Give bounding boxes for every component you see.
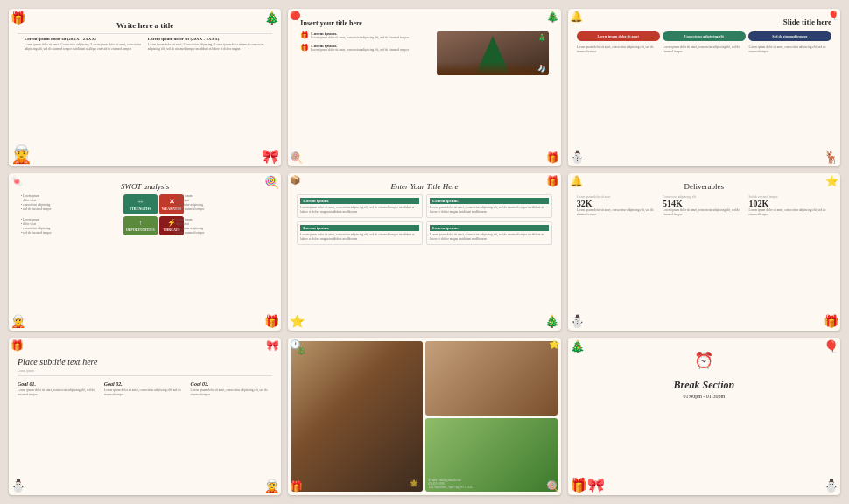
slide-4-title: SWOT analysis (18, 182, 272, 191)
slide-6-stat3: Sed do eiusmod tempor 102K Lorem ipsum d… (749, 195, 831, 217)
deco-gift-s4-br: 🎁 (264, 314, 279, 329)
slide-3-pill2: Consectetur adipiscing elit (663, 32, 746, 41)
deco-gift-s6-br: 🎁 (824, 314, 838, 329)
slide-9-clock-icon: ⏰ (577, 351, 831, 370)
slide-8-address: 123 Anywhere, Any City, ST 12345 (428, 486, 554, 489)
slide-5: 📦 🎁 Enter Your Title Here Lorem ipsum. L… (288, 173, 560, 331)
slide-6-stat1: Lorem ipsum dolor sit amet 32K Lorem ips… (577, 195, 659, 217)
deco-snowman-s9-br: ⛄ (824, 479, 838, 494)
slide-7-subtitle: Lorem ipsum (18, 369, 272, 376)
slide-3-pill1: Lorem ipsum dolor sit amet (577, 32, 660, 41)
deco-reindeer-s3-br: 🦌 (824, 150, 838, 164)
slide-3-title: Slide title here (577, 18, 831, 26)
slide-5-q3: Lorem ipsum. Lorem ipsum dolor sit amet,… (297, 221, 423, 245)
slide-8-photo-bottom-right: E-mail: email@email.com 03-455-7890 123 … (425, 418, 557, 493)
slide-9: 🎄 🎈 ⏰ Break Section 01:00pm - 01:30pm 🎁🎀… (568, 338, 840, 495)
slide-5-q4: Lorem ipsum. Lorem ipsum dolor sit amet,… (426, 221, 552, 245)
deco-gifts-s9-bl: 🎁🎀 (570, 477, 605, 494)
deco-snowman-s6-bl: ⛄ (570, 314, 585, 329)
slide-1-title: Write here a title (18, 21, 272, 30)
slide-7-goal3-text: Lorem ipsum dolor sit amet, consectetur … (191, 388, 273, 397)
slide-8-main-photo: 🎄 🌟 (291, 341, 423, 492)
slide-7: 🎁 🎀 Place subtitle text here Lorem ipsum… (9, 338, 281, 495)
slide-5-q2: Lorem ipsum. Lorem ipsum dolor sit amet,… (426, 194, 552, 218)
deco-gift-s2-br: 🎁 (546, 151, 559, 164)
slide-3: 🔔 🎈 Slide title here Lorem ipsum dolor s… (568, 9, 840, 166)
slide-9-time: 01:00pm - 01:30pm (577, 394, 831, 399)
slide-2: 🔴 🎄 Insert your title here 🎁 Lorem ipsum… (288, 9, 560, 166)
slide-2-icon1: 🎁 (300, 32, 309, 39)
slide-7-goal2: Goal 02. (104, 382, 186, 387)
slide-7-goal2-text: Lorem ipsum dolor sit amet, consectetur … (104, 388, 186, 397)
slide-1-col1-text: Lorem ipsum dolor sit amet / Consectetur… (25, 43, 143, 52)
slide-3-pill3: Sed do eiusmod tempor (748, 32, 831, 41)
slide-7-goal1: Goal 01. (18, 382, 100, 387)
slide-1-col2-text: Lorem ipsum dolor sit amet / Consectetur… (148, 43, 266, 52)
deco-tree-s5-br: 🎄 (544, 314, 559, 329)
slide-3-col2-text: Lorem ipsum dolor sit amet, consectetur … (663, 46, 745, 54)
slide-7-goal3: Goal 03. (191, 382, 273, 387)
slide-7-goal1-text: Lorem ipsum dolor sit amet, consectetur … (18, 388, 100, 397)
deco-snowman-s3-bl: ⛄ (570, 150, 585, 164)
slide-6: 🔔 ⭐ Deliverables Lorem ipsum dolor sit a… (568, 173, 840, 331)
deco-star-s5-bl: ⭐ (290, 314, 305, 329)
swot-strengths: ↔ STRENGTHS (123, 194, 158, 214)
slide-6-stat2: Consectetur adipiscing, elit 514K Lorem … (663, 195, 745, 217)
slide-1-col1-title: Lorem ipsum dolor sit (20XX - 2XXX) (25, 37, 143, 41)
slide-2-item1-text: Lorem ipsum dolor sit amet, consectetur … (311, 36, 409, 40)
slide-2-item2-text: Lorem ipsum dolor sit amet, consectetur … (311, 48, 409, 52)
deco-gifts-br: 🎀 (262, 148, 279, 164)
slide-4: 🍬 🍭 SWOT analysis • Lorem ipsum • dolor … (9, 173, 281, 331)
slide-1-col2-title: Lorem ipsum dolor sit (20XX - 2XXX) (148, 37, 266, 41)
slide-2-icon2: 🎁 (300, 44, 309, 52)
swot-opportunities: ↑ OPPORTUNITIES (123, 216, 158, 236)
slide-5-title: Enter Your Title Here (297, 182, 551, 191)
deco-candy-s2-bl: 🍭 (290, 151, 303, 164)
slide-3-col3-text: Lorem ipsum dolor sit amet, consectetur … (749, 46, 831, 54)
slide-grid: 🎁 🎄 Write here a title Lorem ipsum dolor… (9, 9, 840, 495)
slide-3-col1-text: Lorem ipsum dolor sit amet, consectetur … (577, 46, 659, 54)
deco-snowman-s7-bl: ⛄ (11, 479, 25, 494)
slide-5-q1: Lorem ipsum. Lorem ipsum dolor sit amet,… (297, 194, 423, 218)
slide-9-title: Break Section (577, 379, 831, 392)
slide-1: 🎁 🎄 Write here a title Lorem ipsum dolor… (9, 9, 281, 166)
slide-8-photo-top-right (425, 341, 557, 416)
slide-2-title: Insert your title here (300, 19, 548, 27)
slide-7-title: Place subtitle text here (18, 357, 272, 367)
deco-elf-bl: 🧝 (11, 144, 32, 164)
slide-6-title: Deliverables (577, 182, 831, 191)
deco-elf-s4-bl: 🧝 (11, 314, 25, 329)
slide-8: 🕐 ⭐ 🎄 🌟 E-mail: email@email.com 03-455-7… (288, 338, 560, 495)
deco-elf-s7-br: 🧝 (264, 479, 279, 494)
